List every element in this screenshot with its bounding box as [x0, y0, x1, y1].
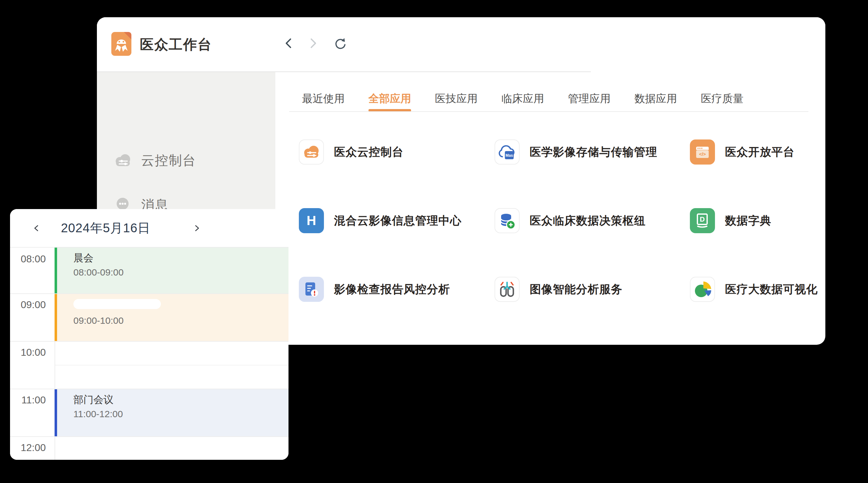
tabs-divider	[289, 111, 808, 112]
calendar-event-redacted[interactable]: 09:00-10:00	[55, 294, 288, 341]
sidebar-item-label: 云控制台	[141, 152, 196, 169]
event-title: 晨会	[73, 251, 93, 265]
time-label: 12:00	[10, 442, 46, 454]
half-hour-gridline	[55, 365, 288, 365]
hour-gridline	[10, 341, 288, 342]
app-category-tabs: 最近使用 全部应用 医技应用 临床应用 管理应用 数据应用 医疗质量	[302, 88, 744, 111]
app-tile-hybrid-cloud-center[interactable]: H 混合云影像信息管理中心	[299, 208, 462, 233]
time-label: 09:00	[10, 299, 46, 311]
tab-management[interactable]: 管理应用	[568, 88, 611, 111]
cloud-sliders-icon	[299, 139, 324, 165]
back-arrow-icon[interactable]	[282, 36, 297, 51]
app-tile-big-data-visualization[interactable]: 医疗大数据可视化	[690, 277, 818, 302]
report-risk-icon	[299, 277, 324, 302]
h-badge-text: H	[307, 213, 316, 228]
app-tile-image-ai-analysis[interactable]: 图像智能分析服务	[495, 277, 622, 302]
calendar-day-grid: 08:00 09:00 10:00 11:00 12:00 晨会 08:00-0…	[10, 248, 288, 460]
time-label: 08:00	[10, 253, 46, 265]
app-tile-open-platform[interactable]: </> 医众开放平台	[690, 139, 795, 165]
code-badge-text: </>	[699, 151, 706, 157]
forward-arrow-icon[interactable]	[305, 36, 320, 51]
workbench-logo-icon	[111, 32, 131, 56]
app-tile-clinical-data-hub[interactable]: 医众临床数据决策枢纽	[495, 208, 646, 233]
lungs-ai-icon	[495, 277, 520, 302]
calendar-event-department-meeting[interactable]: 部门会议 11:00-12:00	[55, 389, 288, 436]
clinical-database-icon	[495, 208, 520, 233]
app-tile-label: 数据字典	[725, 213, 771, 228]
desktop-background: 医众工作台	[0, 0, 868, 483]
event-time: 11:00-12:00	[73, 409, 123, 419]
pie-chart-icon	[690, 277, 715, 302]
calendar-date-title: 2024年5月16日	[60, 209, 151, 247]
open-platform-icon: </>	[690, 139, 715, 165]
window-header: 医众工作台	[97, 17, 825, 71]
hour-gridline	[10, 436, 288, 437]
app-tile-cloud-console[interactable]: 医众云控制台	[299, 139, 404, 165]
tab-recently-used[interactable]: 最近使用	[302, 88, 345, 111]
app-tile-report-risk-analysis[interactable]: 影像检查报告风控分析	[299, 277, 450, 302]
app-tile-label: 医众云控制台	[334, 144, 404, 160]
app-tile-image-storage[interactable]: Mas 医学影像存储与传输管理	[495, 139, 657, 165]
tab-all-apps[interactable]: 全部应用	[368, 88, 411, 111]
tab-data[interactable]: 数据应用	[634, 88, 677, 111]
event-title: 部门会议	[73, 393, 114, 407]
redacted-event-title	[73, 299, 161, 309]
app-tile-data-dictionary[interactable]: D 数据字典	[690, 208, 771, 233]
time-label: 10:00	[10, 347, 46, 358]
app-tile-label: 图像智能分析服务	[530, 282, 622, 297]
sidebar-item-cloud-console[interactable]: 云控制台	[113, 151, 196, 170]
d-badge-text: D	[700, 215, 705, 223]
app-tile-label: 混合云影像信息管理中心	[334, 213, 462, 228]
app-tile-label: 医众开放平台	[725, 144, 795, 160]
app-tile-label: 影像检查报告风控分析	[334, 282, 450, 297]
time-label: 11:00	[10, 394, 46, 406]
chevron-left-icon[interactable]	[29, 221, 44, 235]
event-time: 09:00-10:00	[73, 315, 124, 326]
mas-badge-text: Mas	[505, 153, 513, 158]
app-tile-label: 医疗大数据可视化	[725, 282, 818, 297]
refresh-icon[interactable]	[333, 36, 348, 51]
tab-clinical[interactable]: 临床应用	[501, 88, 544, 111]
app-title: 医众工作台	[140, 17, 212, 71]
calendar-header: 2024年5月16日	[10, 209, 288, 247]
app-tile-label: 医众临床数据决策枢纽	[530, 213, 646, 228]
calendar-event-morning-meeting[interactable]: 晨会 08:00-09:00	[55, 248, 288, 293]
tab-medical-tech[interactable]: 医技应用	[435, 88, 477, 111]
letter-h-icon: H	[299, 208, 324, 233]
data-dictionary-icon: D	[690, 208, 715, 233]
app-tile-label: 医学影像存储与传输管理	[530, 144, 657, 160]
calendar-panel: 2024年5月16日 08:00 09:00 10:00 11:00 12:00	[10, 209, 288, 460]
mas-cloud-icon: Mas	[495, 139, 520, 165]
tab-quality[interactable]: 医疗质量	[701, 88, 744, 111]
event-time: 08:00-09:00	[73, 267, 124, 278]
chevron-right-icon[interactable]	[189, 221, 204, 235]
cloud-console-icon	[113, 151, 133, 170]
